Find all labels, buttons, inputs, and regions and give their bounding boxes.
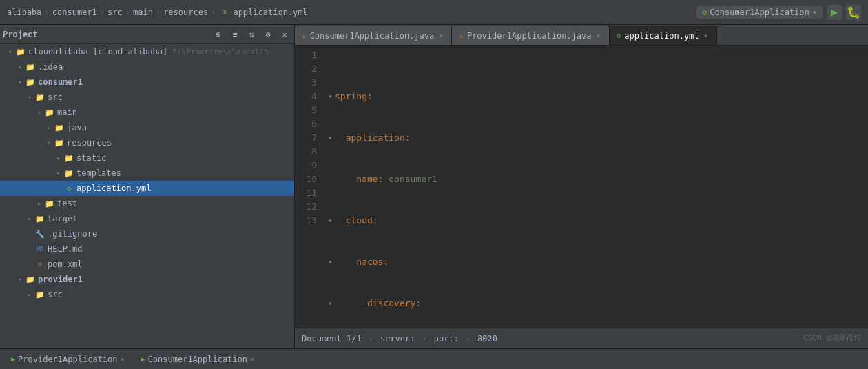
- module-icon: 📁: [25, 274, 36, 285]
- bottom-tab-consumer1[interactable]: ▶ Consumer1Application ✕: [137, 353, 259, 366]
- status-sep: ›: [369, 334, 373, 343]
- tree-item-idea[interactable]: 📁 .idea: [0, 59, 294, 74]
- yaml-tab-icon: ⚙: [617, 31, 621, 40]
- code-line-2: ▾ application:: [325, 131, 868, 145]
- tab-application-yml[interactable]: ⚙ application.yml ✕: [610, 26, 717, 45]
- tree-item-label: provider1: [38, 275, 83, 284]
- status-value: 8020: [477, 334, 497, 343]
- code-line-5: ▾ nacos:: [325, 255, 868, 269]
- editor-area: ☕ Consumer1Application.java ✕ ☕ Provider…: [295, 25, 868, 348]
- tree-item-templates[interactable]: 📁 templates: [0, 166, 294, 181]
- code-line-1: ▾spring:: [325, 90, 868, 103]
- folder-icon: 📁: [34, 213, 45, 224]
- status-context-port: port:: [434, 334, 459, 343]
- tree-item-gitignore[interactable]: 🔧 .gitignore: [0, 226, 294, 241]
- tree-item-src2[interactable]: 📁 src: [0, 287, 294, 302]
- expand-icon: [25, 214, 34, 223]
- close-sidebar-button[interactable]: ✕: [278, 28, 291, 41]
- fold-icon[interactable]: ▾: [325, 214, 335, 228]
- expand-button[interactable]: ⇅: [245, 28, 258, 41]
- fold-icon[interactable]: ▾: [325, 255, 335, 269]
- module-icon: 📁: [15, 46, 26, 57]
- sync-button[interactable]: ⊕: [211, 28, 225, 41]
- breadcrumb: alibaba › consumer1 › src › main › resou…: [7, 7, 308, 18]
- resources-folder-icon: 📁: [54, 137, 65, 148]
- xml-icon: m: [34, 259, 45, 270]
- close-icon[interactable]: ✕: [121, 355, 125, 363]
- collapse-button[interactable]: ≡: [228, 28, 242, 41]
- tree-item-label: HELP.md: [48, 244, 83, 254]
- top-bar: alibaba › consumer1 › src › main › resou…: [0, 0, 868, 25]
- breadcrumb-item[interactable]: application.yml: [233, 8, 307, 17]
- fold-icon[interactable]: ▾: [325, 90, 335, 103]
- tree-item-target[interactable]: 📁 target: [0, 211, 294, 226]
- bottom-tab-provider1[interactable]: ▶ Provider1Application ✕: [7, 353, 129, 366]
- tree-item-label: application.yml: [76, 183, 151, 193]
- line-numbers: 1 2 3 4 5 6 7 8 9 10 11 12 13: [295, 48, 322, 325]
- tree-item-label: .gitignore: [48, 229, 97, 239]
- expand-icon: [34, 199, 44, 208]
- run-config-selector[interactable]: ⚙ Consumer1Application ▾: [696, 6, 823, 19]
- bottom-tab-label: Provider1Application: [18, 355, 118, 364]
- tab-close-button[interactable]: ✕: [703, 31, 710, 40]
- breadcrumb-item[interactable]: src: [107, 8, 123, 17]
- debug-button[interactable]: 🐛: [846, 5, 861, 20]
- folder-icon: 📁: [44, 198, 55, 209]
- fold-icon[interactable]: ▾: [325, 131, 335, 145]
- run-config-icon: ⚙: [702, 8, 707, 17]
- status-sep: ›: [466, 334, 471, 343]
- breadcrumb-item[interactable]: consumer1: [52, 8, 97, 17]
- status-bar: Document 1/1 › server: › port: › 8020: [295, 328, 868, 348]
- expand-icon: [44, 138, 54, 148]
- sidebar-title: Project: [3, 30, 209, 39]
- tab-consumer1application[interactable]: ☕ Consumer1Application.java ✕: [295, 26, 452, 45]
- run-button[interactable]: ▶: [827, 5, 842, 20]
- status-document: Document 1/1: [302, 334, 362, 343]
- tree-item-label: target: [48, 214, 77, 223]
- tab-close-button[interactable]: ✕: [437, 31, 444, 40]
- breadcrumb-item[interactable]: main: [133, 8, 153, 17]
- fold-icon[interactable]: ▾: [325, 297, 335, 310]
- code-editor[interactable]: 1 2 3 4 5 6 7 8 9 10 11 12 13 ▾spring:: [295, 46, 868, 328]
- breadcrumb-item[interactable]: resources: [163, 8, 208, 17]
- editor-tabs: ☕ Consumer1Application.java ✕ ☕ Provider…: [295, 25, 868, 46]
- tree-item-cloudalibaba[interactable]: 📁 cloudalibaba [cloud-alibaba] F:\Practi…: [0, 44, 294, 59]
- tree-item-label: static: [76, 153, 106, 163]
- tab-label: Provider1Application.java: [467, 31, 592, 41]
- folder-icon: 📁: [63, 168, 74, 179]
- tree-item-static[interactable]: 📁 static: [0, 150, 294, 166]
- tree-item-java[interactable]: 📁 java: [0, 120, 294, 135]
- tree-item-label: pom.xml: [48, 259, 83, 269]
- tree-item-provider1[interactable]: 📁 provider1: [0, 272, 294, 287]
- tree-item-resources[interactable]: 📁 resources: [0, 135, 294, 150]
- expand-icon: [25, 290, 34, 299]
- tree-item-test[interactable]: 📁 test: [0, 196, 294, 211]
- folder-icon: 📁: [34, 289, 45, 300]
- expand-icon: [6, 47, 15, 57]
- tree-item-pomxml[interactable]: m pom.xml: [0, 257, 294, 272]
- bottom-taskbar: ▶ Provider1Application ✕ ▶ Consumer1Appl…: [0, 348, 868, 369]
- bottom-tab-label: Consumer1Application: [148, 355, 248, 364]
- code-content[interactable]: ▾spring: ▾ application: name: consumer1 …: [322, 48, 868, 325]
- breadcrumb-item[interactable]: alibaba: [7, 8, 42, 17]
- run-config[interactable]: ⚙ Consumer1Application ▾ ▶ 🐛: [696, 5, 861, 20]
- tree-item-path: F:\Practice\cloudalib: [173, 48, 269, 57]
- sidebar-toolbar: Project ⊕ ≡ ⇅ ⚙ ✕: [0, 25, 294, 44]
- tree-item-helpmd[interactable]: MD HELP.md: [0, 241, 294, 257]
- tree-item-label: src: [48, 92, 63, 102]
- tree-item-label: resources: [67, 138, 112, 148]
- tab-provider1application[interactable]: ☕ Provider1Application.java ✕: [452, 26, 609, 45]
- java-icon: ☕: [459, 31, 464, 40]
- project-sidebar: Project ⊕ ≡ ⇅ ⚙ ✕ 📁 cloudalibaba [cloud-…: [0, 25, 295, 348]
- git-icon: 🔧: [34, 228, 45, 239]
- run-icon-provider: ▶: [11, 355, 15, 363]
- tree-item-application-yml[interactable]: ⚙ application.yml: [0, 181, 294, 196]
- tree-item-consumer1[interactable]: 📁 consumer1: [0, 74, 294, 90]
- settings-button[interactable]: ⚙: [261, 28, 275, 41]
- tab-close-button[interactable]: ✕: [595, 31, 602, 40]
- tree-item-src[interactable]: 📁 src: [0, 90, 294, 105]
- tree-item-label: java: [67, 123, 87, 132]
- close-icon[interactable]: ✕: [250, 355, 254, 363]
- tree-item-main[interactable]: 📁 main: [0, 105, 294, 120]
- expand-icon: [54, 153, 63, 163]
